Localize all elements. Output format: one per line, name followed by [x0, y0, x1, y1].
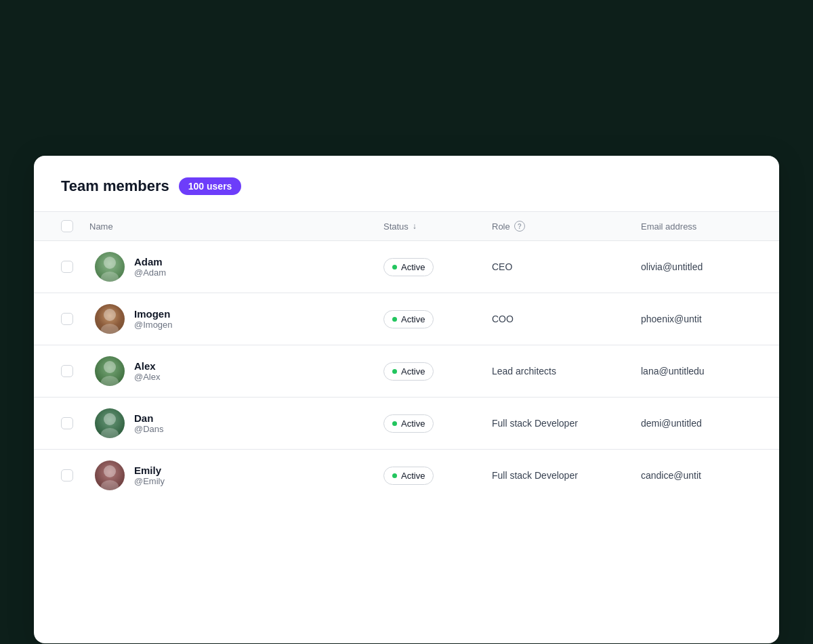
row-checkbox-dan[interactable] — [61, 417, 73, 429]
member-cell-adam: Adam @Adam — [84, 241, 373, 293]
card-header: Team members 100 users — [34, 156, 779, 211]
status-badge-dan: Active — [383, 414, 434, 433]
svg-point-4 — [104, 361, 116, 373]
select-all-checkbox[interactable] — [61, 220, 73, 232]
member-info-imogen: Imogen @Imogen — [134, 308, 173, 330]
table-row: Emily @Emily Active Full stack Developer… — [34, 450, 779, 502]
status-dot-imogen — [392, 317, 397, 322]
avatar-imogen — [95, 304, 125, 334]
email-cell-emily: candice@untit — [630, 450, 779, 502]
row-checkbox-alex[interactable] — [61, 365, 73, 377]
role-help-icon[interactable]: ? — [514, 221, 525, 232]
svg-point-3 — [101, 324, 119, 334]
svg-point-7 — [101, 428, 119, 438]
role-text-emily: Full stack Developer — [492, 470, 578, 481]
status-dot-adam — [392, 265, 397, 270]
svg-point-2 — [104, 309, 116, 321]
page-title: Team members — [61, 177, 169, 195]
member-handle-imogen: @Imogen — [134, 320, 173, 330]
status-label-dan: Active — [401, 418, 425, 429]
role-text-alex: Lead architects — [492, 366, 556, 377]
row-checkbox-emily[interactable] — [61, 469, 73, 481]
table-row: Adam @Adam Active CEO olivia@untitled — [34, 241, 779, 293]
email-cell-alex: lana@untitledu — [630, 345, 779, 398]
svg-point-0 — [104, 257, 116, 269]
row-checkbox-imogen[interactable] — [61, 313, 73, 325]
status-cell-adam: Active — [373, 241, 481, 293]
table-row: Dan @Dans Active Full stack Developer de… — [34, 398, 779, 450]
avatar-adam — [95, 252, 125, 282]
status-cell-imogen: Active — [373, 293, 481, 345]
role-text-adam: CEO — [492, 261, 512, 272]
svg-point-1 — [101, 272, 119, 282]
status-badge-emily: Active — [383, 467, 434, 485]
email-text-alex: lana@untitledu — [641, 366, 705, 377]
member-name-imogen: Imogen — [134, 308, 173, 320]
svg-point-5 — [101, 376, 119, 386]
role-text-dan: Full stack Developer — [492, 418, 578, 429]
status-label-emily: Active — [401, 471, 425, 481]
member-handle-alex: @Alex — [134, 372, 161, 382]
role-cell-adam: CEO — [481, 241, 630, 293]
role-cell-alex: Lead architects — [481, 345, 630, 398]
email-text-imogen: phoenix@untit — [641, 314, 702, 324]
member-name-dan: Dan — [134, 412, 164, 424]
member-cell-emily: Emily @Emily — [84, 450, 373, 502]
member-name-alex: Alex — [134, 360, 161, 372]
table-row: Alex @Alex Active Lead architects lana@u… — [34, 345, 779, 398]
status-cell-dan: Active — [373, 398, 481, 450]
status-dot-emily — [392, 473, 397, 478]
row-checkbox-cell — [34, 398, 84, 450]
member-cell-alex: Alex @Alex — [84, 345, 373, 398]
status-dot-alex — [392, 369, 397, 374]
status-label-alex: Active — [401, 366, 425, 377]
svg-point-8 — [104, 465, 116, 477]
email-text-emily: candice@untit — [641, 470, 701, 481]
role-cell-emily: Full stack Developer — [481, 450, 630, 502]
email-column-header: Email address — [630, 212, 779, 241]
avatar-dan — [95, 408, 125, 438]
email-cell-adam: olivia@untitled — [630, 241, 779, 293]
status-badge-alex: Active — [383, 362, 434, 381]
avatar-emily — [95, 460, 125, 490]
status-badge-adam: Active — [383, 258, 434, 276]
member-name-emily: Emily — [134, 465, 165, 476]
table-header: Name Status ↓ Role ? Email address — [34, 212, 779, 241]
status-column-header: Status ↓ — [373, 212, 481, 241]
member-cell-imogen: Imogen @Imogen — [84, 293, 373, 345]
table-row: Imogen @Imogen Active COO phoenix@untit — [34, 293, 779, 345]
table-body: Adam @Adam Active CEO olivia@untitled — [34, 241, 779, 502]
row-checkbox-cell — [34, 450, 84, 502]
team-members-card: Team members 100 users Name Status ↓ — [34, 156, 779, 643]
members-table: Name Status ↓ Role ? Email address — [34, 211, 779, 501]
user-count-badge: 100 users — [179, 177, 242, 195]
member-info-adam: Adam @Adam — [134, 256, 166, 278]
row-checkbox-cell — [34, 345, 84, 398]
status-label-adam: Active — [401, 262, 425, 272]
sort-icon: ↓ — [413, 221, 417, 231]
name-column-header: Name — [84, 212, 373, 241]
member-info-dan: Dan @Dans — [134, 412, 164, 434]
svg-point-6 — [104, 413, 116, 425]
row-checkbox-cell — [34, 293, 84, 345]
role-column-header: Role ? — [481, 212, 630, 241]
status-dot-dan — [392, 421, 397, 426]
member-info-emily: Emily @Emily — [134, 465, 165, 486]
status-cell-alex: Active — [373, 345, 481, 398]
role-cell-imogen: COO — [481, 293, 630, 345]
svg-point-9 — [101, 480, 119, 490]
avatar-alex — [95, 356, 125, 386]
select-all-header — [34, 212, 84, 241]
row-checkbox-adam[interactable] — [61, 261, 73, 273]
status-badge-imogen: Active — [383, 310, 434, 328]
member-handle-emily: @Emily — [134, 476, 165, 486]
email-text-dan: demi@untitled — [641, 418, 702, 429]
role-cell-dan: Full stack Developer — [481, 398, 630, 450]
member-name-adam: Adam — [134, 256, 166, 267]
email-text-adam: olivia@untitled — [641, 261, 703, 272]
row-checkbox-cell — [34, 241, 84, 293]
status-label-imogen: Active — [401, 314, 425, 324]
email-cell-dan: demi@untitled — [630, 398, 779, 450]
member-handle-dan: @Dans — [134, 424, 164, 434]
member-cell-dan: Dan @Dans — [84, 398, 373, 450]
